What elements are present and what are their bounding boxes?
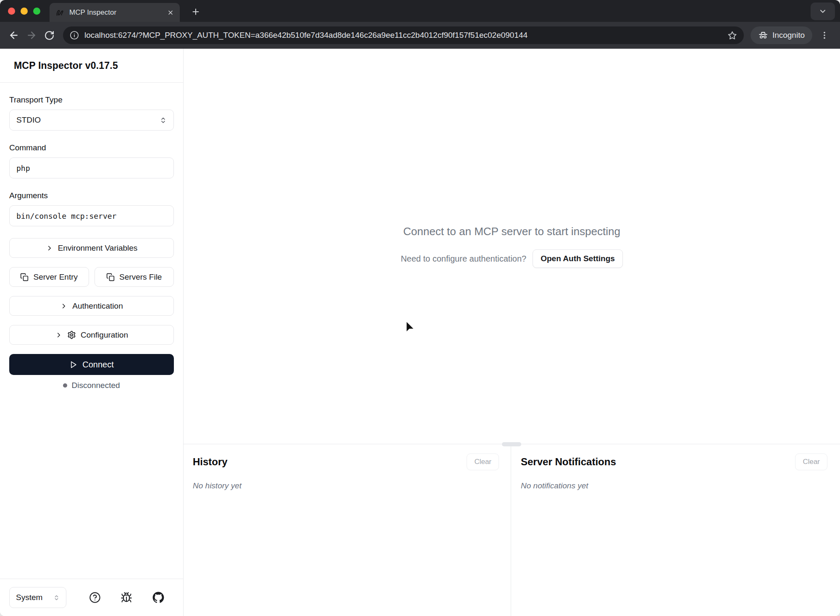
history-title: History bbox=[193, 456, 228, 468]
server-buttons-row: Server Entry Servers File bbox=[9, 267, 174, 287]
incognito-icon bbox=[758, 30, 768, 40]
command-label: Command bbox=[9, 143, 174, 152]
browser-window: MCP Inspector bbox=[0, 0, 840, 616]
transport-type-value: STDIO bbox=[16, 115, 41, 125]
empty-state-heading: Connect to an MCP server to start inspec… bbox=[403, 225, 620, 238]
panel-resize-handle[interactable] bbox=[502, 442, 521, 446]
open-auth-settings-button[interactable]: Open Auth Settings bbox=[533, 249, 623, 268]
history-panel: History Clear No history yet bbox=[184, 444, 511, 616]
arguments-input[interactable] bbox=[9, 205, 174, 226]
reload-button[interactable] bbox=[41, 27, 57, 43]
notifications-empty-text: No notifications yet bbox=[521, 481, 827, 490]
incognito-label: Incognito bbox=[772, 31, 805, 40]
command-input[interactable] bbox=[9, 157, 174, 178]
history-clear-button[interactable]: Clear bbox=[467, 453, 499, 470]
new-tab-button[interactable] bbox=[188, 4, 203, 19]
notifications-clear-button[interactable]: Clear bbox=[795, 453, 827, 470]
arguments-label: Arguments bbox=[9, 191, 174, 200]
sidebar: MCP Inspector v0.17.5 Transport Type STD… bbox=[0, 49, 184, 616]
mouse-cursor bbox=[403, 320, 417, 333]
auth-prompt-row: Need to configure authentication? Open A… bbox=[401, 249, 623, 268]
sidebar-body: Transport Type STDIO Command Arguments bbox=[0, 83, 183, 390]
incognito-badge: Incognito bbox=[751, 26, 812, 44]
server-entry-button[interactable]: Server Entry bbox=[9, 267, 89, 287]
auth-prompt-text: Need to configure authentication? bbox=[401, 254, 526, 264]
configuration-label: Configuration bbox=[81, 330, 128, 340]
sidebar-header: MCP Inspector v0.17.5 bbox=[0, 49, 183, 83]
configuration-button[interactable]: Configuration bbox=[9, 325, 174, 345]
notifications-title: Server Notifications bbox=[521, 456, 616, 468]
tab-strip: MCP Inspector bbox=[0, 0, 840, 22]
history-empty-text: No history yet bbox=[193, 481, 499, 490]
back-button[interactable] bbox=[6, 27, 22, 43]
main-area: Connect to an MCP server to start inspec… bbox=[184, 49, 840, 616]
status-dot-icon bbox=[63, 383, 67, 388]
address-bar[interactable]: localhost:6274/?MCP_PROXY_AUTH_TOKEN=a36… bbox=[63, 26, 744, 44]
browser-toolbar: localhost:6274/?MCP_PROXY_AUTH_TOKEN=a36… bbox=[0, 22, 840, 49]
close-window-button[interactable] bbox=[8, 8, 15, 15]
status-text: Disconnected bbox=[71, 381, 120, 390]
copy-icon bbox=[106, 273, 115, 281]
page-content: MCP Inspector v0.17.5 Transport Type STD… bbox=[0, 49, 840, 616]
chevrons-up-down-icon bbox=[160, 117, 167, 124]
chevron-right-icon bbox=[60, 302, 68, 310]
url-text[interactable]: localhost:6274/?MCP_PROXY_AUTH_TOKEN=a36… bbox=[84, 31, 722, 40]
bottom-panels: History Clear No history yet Server Noti… bbox=[184, 444, 840, 616]
zoom-window-button[interactable] bbox=[33, 8, 40, 15]
tab-search-button[interactable] bbox=[811, 3, 835, 20]
connect-label: Connect bbox=[82, 360, 114, 370]
app-title: MCP Inspector v0.17.5 bbox=[14, 60, 118, 71]
tab-close-icon[interactable] bbox=[167, 9, 174, 16]
chevron-right-icon bbox=[55, 331, 63, 339]
gear-icon bbox=[67, 330, 76, 339]
servers-file-button[interactable]: Servers File bbox=[94, 267, 174, 287]
tab-favicon-mcp-icon bbox=[55, 8, 65, 17]
chevron-right-icon bbox=[46, 244, 53, 252]
connection-status: Disconnected bbox=[9, 381, 174, 390]
environment-variables-button[interactable]: Environment Variables bbox=[9, 238, 174, 258]
transport-type-select[interactable]: STDIO bbox=[9, 110, 174, 131]
authentication-button[interactable]: Authentication bbox=[9, 296, 174, 316]
chevrons-up-down-icon bbox=[53, 595, 60, 601]
server-entry-label: Server Entry bbox=[33, 273, 78, 282]
connect-button[interactable]: Connect bbox=[9, 354, 174, 375]
forward-button[interactable] bbox=[24, 27, 39, 43]
bug-report-button[interactable] bbox=[118, 589, 135, 606]
play-icon bbox=[69, 361, 77, 369]
browser-menu-button[interactable] bbox=[816, 27, 832, 43]
authentication-label: Authentication bbox=[72, 301, 123, 311]
theme-select[interactable]: System bbox=[9, 587, 66, 608]
bookmark-star-icon[interactable] bbox=[727, 31, 737, 40]
empty-state: Connect to an MCP server to start inspec… bbox=[184, 225, 840, 268]
notifications-panel-header: Server Notifications Clear bbox=[521, 453, 827, 470]
browser-tab[interactable]: MCP Inspector bbox=[50, 3, 180, 22]
minimize-window-button[interactable] bbox=[21, 8, 28, 15]
history-panel-header: History Clear bbox=[193, 453, 499, 470]
site-info-icon[interactable] bbox=[70, 31, 79, 40]
tab-title: MCP Inspector bbox=[69, 8, 167, 17]
window-controls bbox=[8, 8, 40, 15]
sidebar-footer: System bbox=[0, 579, 183, 616]
environment-variables-label: Environment Variables bbox=[58, 244, 138, 253]
copy-icon bbox=[20, 273, 29, 281]
server-notifications-panel: Server Notifications Clear No notificati… bbox=[511, 444, 840, 616]
github-button[interactable] bbox=[150, 589, 167, 606]
transport-type-label: Transport Type bbox=[9, 95, 174, 105]
help-button[interactable] bbox=[87, 589, 103, 606]
theme-select-value: System bbox=[16, 593, 42, 602]
servers-file-label: Servers File bbox=[119, 273, 162, 282]
